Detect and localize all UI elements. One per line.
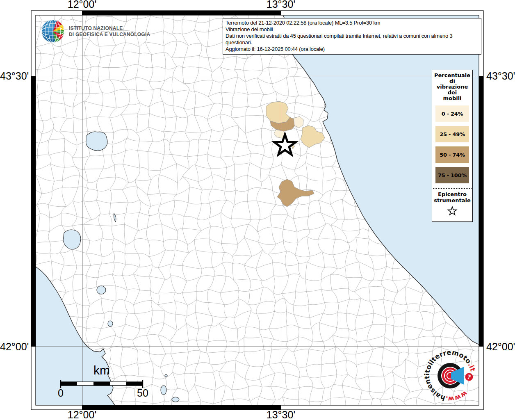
legend-title-line: dei bbox=[432, 90, 472, 96]
ingv-name-line1: ISTITUTO NAZIONALE bbox=[69, 25, 150, 32]
label-parallel-right-4200: 42°00' bbox=[486, 341, 515, 352]
scale-unit-label: km bbox=[93, 363, 110, 377]
legend-swatch-50-74: 50 - 74% bbox=[435, 146, 469, 163]
frame-segment-top bbox=[82, 11, 281, 15]
scale-start-label: 0 bbox=[58, 387, 64, 399]
legend-swatch-25-49: 25 - 49% bbox=[435, 126, 469, 142]
info-line-event: Terremoto del 21-12-2020 02:22:58 (ora l… bbox=[226, 20, 479, 26]
bullseye-icon bbox=[438, 363, 464, 388]
ingv-globe-icon bbox=[41, 18, 68, 46]
legend-divider bbox=[433, 188, 472, 189]
info-line-type: Vibrazione dei mobili bbox=[226, 26, 479, 33]
legend-swatch-0-24: 0 - 24% bbox=[435, 105, 469, 122]
label-parallel-left-4330: 43°30' bbox=[0, 71, 29, 81]
scale-end-label: 50 bbox=[137, 387, 148, 399]
frame-segment-left bbox=[31, 76, 36, 347]
ingv-logo: ISTITUTO NAZIONALE DI GEOFISICA E VULCAN… bbox=[41, 18, 135, 46]
earthquake-info-box: Terremoto del 21-12-2020 02:22:58 (ora l… bbox=[223, 18, 481, 55]
label-meridian-top-1330: 13°30' bbox=[267, 0, 295, 9]
lake-trasimeno bbox=[86, 132, 107, 151]
legend-title-line: mobili bbox=[432, 96, 472, 101]
legend: Percentuale di vibrazione dei mobili 0 -… bbox=[432, 70, 473, 222]
lake-small-3 bbox=[165, 374, 167, 377]
frame-segment-right bbox=[479, 76, 483, 347]
label-meridian-top-12: 12°00' bbox=[68, 0, 96, 9]
earthquake-map-page: 12°00' 13°30' 12°00' 13°30' 43°30' 42°00… bbox=[0, 0, 515, 420]
question-badge: ? bbox=[464, 372, 474, 382]
municipality-region-north-west bbox=[266, 101, 290, 123]
frame-segment-bottom bbox=[82, 405, 281, 410]
info-line-updated: Aggiornato il: 16-12-2025 00:44 (ora loc… bbox=[226, 46, 479, 52]
legend-epicenter-line: Epicentro bbox=[432, 191, 472, 197]
legend-epicenter-line: strumentale bbox=[432, 197, 472, 203]
legend-title-line: Percentuale bbox=[432, 73, 472, 78]
legend-title-line: vibrazione bbox=[432, 84, 472, 90]
scale-seg-1 bbox=[61, 382, 77, 386]
scale-seg-3 bbox=[93, 382, 110, 386]
label-meridian-bottom-12: 12°00' bbox=[68, 409, 96, 420]
lake-small-2 bbox=[172, 397, 179, 402]
epicenter-star-icon bbox=[447, 205, 458, 217]
label-parallel-right-4330: 43°30' bbox=[486, 71, 515, 81]
lake-bracciano bbox=[97, 286, 106, 294]
ingv-name-line2: DI GEOFISICA E VULCANOLOGIA bbox=[69, 32, 150, 38]
ingv-name: ISTITUTO NAZIONALE DI GEOFISICA E VULCAN… bbox=[69, 25, 150, 38]
label-parallel-left-4200: 42°00' bbox=[0, 341, 29, 352]
haisentitoilterremoto-logo: ? www.haisentitoilterremoto.it www.haise… bbox=[422, 347, 479, 404]
legend-swatch-75-100: 75 - 100% bbox=[435, 167, 469, 183]
scale-seg-5 bbox=[126, 382, 143, 386]
label-meridian-bottom-1330: 13°30' bbox=[267, 409, 295, 420]
lake-small-1 bbox=[161, 386, 166, 395]
legend-title-line: di bbox=[432, 78, 472, 84]
watermark-svg: ? www.haisentitoilterremoto.it www.haise… bbox=[422, 347, 479, 404]
info-line-source: Dati non verificati estratti da 45 quest… bbox=[226, 33, 479, 46]
lake-albano bbox=[108, 321, 113, 326]
legend-star-holder bbox=[432, 205, 472, 218]
